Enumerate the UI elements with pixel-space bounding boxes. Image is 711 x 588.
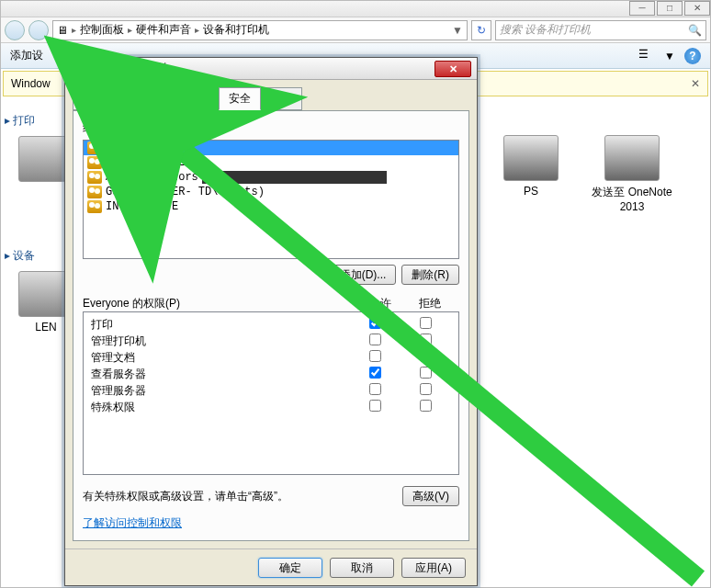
print-server-properties-dialog: 打印服务器 属性 ✕ 表单端口驱动程序安全高级 组或用户名(G): Everyo… bbox=[64, 57, 478, 586]
allow-checkbox[interactable] bbox=[369, 334, 381, 345]
group-icon bbox=[87, 186, 102, 198]
section-printers: ▸ 打印 bbox=[5, 113, 62, 129]
permission-name: 特殊权限 bbox=[91, 400, 350, 415]
tab-高级[interactable]: 高级 bbox=[260, 87, 302, 110]
dropdown-icon[interactable]: ▼ bbox=[664, 50, 675, 62]
window-buttons: ─ □ ✕ bbox=[627, 1, 710, 16]
deny-checkbox[interactable] bbox=[420, 367, 432, 379]
group-icon bbox=[87, 171, 102, 184]
allow-checkbox[interactable] bbox=[369, 350, 381, 362]
dialog-body: 表单端口驱动程序安全高级 组或用户名(G): EveryoneCREATOR O… bbox=[65, 80, 477, 548]
deny-checkbox[interactable] bbox=[420, 350, 432, 362]
user-list-item[interactable]: INTERACTIVE bbox=[84, 199, 458, 214]
advanced-button[interactable]: 高级(V) bbox=[402, 486, 459, 506]
tab-安全[interactable]: 安全 bbox=[219, 87, 261, 110]
permission-name: 管理打印机 bbox=[91, 334, 350, 349]
deny-checkbox[interactable] bbox=[420, 317, 432, 329]
allow-checkbox[interactable] bbox=[369, 383, 381, 395]
sidebar: ▸ 打印 ▸ 设备 LEN bbox=[1, 98, 65, 588]
breadcrumb-item[interactable]: 控制面板 bbox=[80, 22, 124, 38]
breadcrumb-icon: 🖥 bbox=[57, 24, 68, 37]
dialog-title: 打印服务器 属性 bbox=[89, 61, 169, 76]
allow-checkbox[interactable] bbox=[369, 367, 381, 379]
help-icon[interactable]: ? bbox=[684, 48, 701, 64]
tab-表单[interactable]: 表单 bbox=[73, 87, 115, 110]
permission-row: 管理服务器 bbox=[91, 382, 451, 399]
col-allow: 允许 bbox=[369, 296, 391, 311]
window-titlebar: ─ □ ✕ bbox=[1, 1, 710, 17]
permission-row: 特殊权限 bbox=[91, 399, 451, 415]
back-button[interactable] bbox=[5, 20, 25, 40]
printer-onenote[interactable]: 发送至 OneNote 2013 bbox=[591, 135, 673, 213]
tab-端口[interactable]: 端口 bbox=[114, 87, 156, 110]
permission-name: 打印 bbox=[91, 317, 350, 333]
col-deny: 拒绝 bbox=[419, 296, 441, 311]
permissions-for-label: Everyone 的权限(P) bbox=[83, 296, 180, 311]
forward-button[interactable] bbox=[28, 20, 49, 40]
user-list-item[interactable]: Administrators bbox=[84, 170, 458, 185]
apply-button[interactable]: 应用(A) bbox=[401, 558, 466, 578]
nav-bar: 🖥 ▸ 控制面板 ▸ 硬件和声音 ▸ 设备和打印机 ▼ ↻ 搜索 设备和打印机 … bbox=[1, 17, 710, 43]
group-icon bbox=[87, 141, 102, 154]
deny-checkbox[interactable] bbox=[420, 383, 432, 395]
breadcrumb-item[interactable]: 硬件和声音 bbox=[136, 22, 191, 38]
dialog-close-button[interactable]: ✕ bbox=[434, 61, 471, 77]
section-devices: ▸ 设备 bbox=[5, 248, 62, 264]
allow-checkbox[interactable] bbox=[369, 400, 381, 412]
minimize-button[interactable]: ─ bbox=[629, 1, 655, 16]
toolbar-add-device[interactable]: 添加设 bbox=[10, 48, 43, 63]
ok-button[interactable]: 确定 bbox=[258, 558, 322, 578]
group-label: 组或用户名(G): bbox=[83, 120, 459, 136]
printer-icon bbox=[71, 62, 84, 75]
view-icon[interactable]: ☰ bbox=[638, 48, 655, 64]
maximize-button[interactable]: □ bbox=[657, 1, 683, 16]
allow-checkbox[interactable] bbox=[369, 317, 381, 329]
tab-驱动程序[interactable]: 驱动程序 bbox=[155, 87, 220, 110]
user-list[interactable]: EveryoneCREATOR OWNERAdministrators Gues… bbox=[83, 140, 459, 259]
group-icon bbox=[87, 200, 102, 213]
permission-row: 管理打印机 bbox=[91, 333, 451, 349]
dialog-titlebar[interactable]: 打印服务器 属性 ✕ bbox=[65, 58, 477, 80]
dialog-footer: 确定 取消 应用(A) bbox=[65, 548, 477, 585]
deny-checkbox[interactable] bbox=[420, 334, 432, 345]
permission-row: 管理文档 bbox=[91, 349, 451, 366]
permission-row: 查看服务器 bbox=[91, 366, 451, 382]
user-list-item[interactable]: Guests (USER- TD\Guests) bbox=[84, 185, 458, 199]
permission-name: 查看服务器 bbox=[91, 367, 350, 382]
refresh-button[interactable]: ↻ bbox=[471, 20, 491, 40]
search-input[interactable]: 搜索 设备和打印机 🔍 bbox=[495, 20, 706, 40]
infobar-close-icon[interactable]: ✕ bbox=[691, 77, 700, 90]
breadcrumb[interactable]: 🖥 ▸ 控制面板 ▸ 硬件和声音 ▸ 设备和打印机 ▼ bbox=[52, 20, 468, 40]
permissions-list: 打印管理打印机管理文档查看服务器管理服务器特殊权限 bbox=[83, 311, 459, 475]
user-list-item[interactable]: Everyone bbox=[84, 141, 458, 155]
tab-strip: 表单端口驱动程序安全高级 bbox=[73, 87, 469, 110]
breadcrumb-item[interactable]: 设备和打印机 bbox=[203, 22, 269, 38]
special-permissions-text: 有关特殊权限或高级设置，请单击“高级”。 bbox=[83, 489, 288, 504]
remove-button[interactable]: 删除(R) bbox=[401, 265, 459, 285]
learn-acl-link[interactable]: 了解访问控制和权限 bbox=[83, 515, 459, 531]
permission-name: 管理服务器 bbox=[91, 383, 350, 399]
permission-row: 打印 bbox=[91, 316, 451, 333]
cancel-button[interactable]: 取消 bbox=[330, 558, 394, 578]
permission-name: 管理文档 bbox=[91, 350, 350, 366]
deny-checkbox[interactable] bbox=[420, 400, 432, 412]
group-icon bbox=[87, 156, 102, 169]
search-icon: 🔍 bbox=[688, 24, 702, 37]
close-button[interactable]: ✕ bbox=[684, 1, 710, 16]
printer-item[interactable]: PS bbox=[490, 135, 572, 213]
user-list-item[interactable]: CREATOR OWNER bbox=[84, 155, 458, 170]
tab-security: 组或用户名(G): EveryoneCREATOR OWNERAdministr… bbox=[73, 110, 469, 541]
add-button[interactable]: 添加(D)... bbox=[330, 265, 397, 285]
